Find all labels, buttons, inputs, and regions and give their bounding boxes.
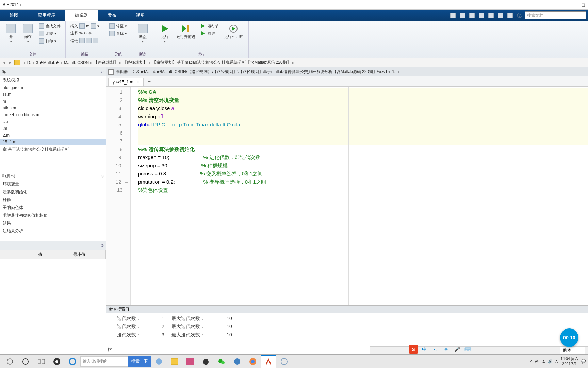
advance-button[interactable]: 前进 <box>199 30 220 37</box>
qat-icon[interactable] <box>448 11 457 20</box>
find-button[interactable]: 查找 ▾ <box>108 30 128 37</box>
path-seg[interactable]: 【路径规划】基于matlab遗传算法公交排班系统分析【含Matlab源码 220… <box>152 60 291 65</box>
run-button[interactable]: 运行▾ <box>158 22 173 51</box>
code-line[interactable]: global PP C L m f p Tmin Tmax delta tt Q… <box>138 121 588 129</box>
section-item[interactable]: 子的染色体 <box>0 204 106 212</box>
close-icon[interactable]: ✕ <box>136 80 139 85</box>
file-type-dropdown[interactable]: 0 (脚本) ⊙ <box>0 172 106 180</box>
matlab-icon[interactable] <box>261 355 276 368</box>
code-line[interactable]: maxgen = 10; % 进化代数，即迭代次数 <box>138 153 588 162</box>
file-item[interactable]: 2.m <box>0 132 106 139</box>
cortana-icon[interactable] <box>18 355 33 368</box>
paste-icon[interactable] <box>487 11 495 20</box>
recording-timer[interactable]: 00:10 <box>560 328 578 347</box>
search-doc-input[interactable]: 搜索文档 <box>525 11 586 19</box>
file-item[interactable]: ation.m <box>0 105 106 111</box>
section-item[interactable]: 环境变量 <box>0 180 106 188</box>
code-line[interactable]: clc,clear,close all <box>138 104 588 112</box>
add-tab-button[interactable]: + <box>144 77 154 86</box>
ime-emoji-icon[interactable]: ☺ <box>442 345 451 354</box>
comment-button[interactable]: 注释 % ‰ ⚹ <box>69 30 101 36</box>
section-item[interactable]: 结果 <box>0 219 106 227</box>
sogou-icon[interactable]: S <box>409 345 418 354</box>
code-line[interactable]: sizepop = 30; % 种群规模 <box>138 162 588 170</box>
code-line[interactable] <box>138 137 588 145</box>
wechat-icon[interactable] <box>214 355 229 368</box>
code-line[interactable]: pmutation = 0.2; % 变异概率选择，0和1之间 <box>138 178 588 186</box>
tab-view[interactable]: 视图 <box>126 10 154 21</box>
taskbar-search-input[interactable]: 输入你想搜的 <box>80 356 128 367</box>
tray-ime-icon[interactable]: ㉿ <box>535 359 539 364</box>
app-icon-2[interactable] <box>182 355 198 368</box>
code-line[interactable]: %% 遗传算法参数初始化 <box>138 145 588 153</box>
path-seg[interactable]: D: <box>27 60 31 65</box>
help-icon[interactable]: ? <box>515 11 524 20</box>
run-time-button[interactable]: 运行和计时 <box>222 22 245 51</box>
copy-icon[interactable] <box>477 11 486 20</box>
tab-plot[interactable]: 绘图 <box>0 10 28 21</box>
code-line[interactable]: warning off <box>138 112 588 121</box>
compare-button[interactable]: 比较 ▾ <box>37 30 62 37</box>
app-icon-3[interactable] <box>229 355 245 368</box>
file-item[interactable]: m <box>0 98 106 105</box>
cut-icon[interactable] <box>468 11 476 20</box>
section-item[interactable]: 种群 <box>0 196 106 204</box>
maximize-icon[interactable]: ◻ <box>581 2 585 7</box>
code-line[interactable]: %% GA <box>138 88 588 96</box>
file-item[interactable]: ss.m <box>0 91 106 98</box>
ime-keyboard-icon[interactable]: ⌨ <box>463 345 472 354</box>
file-item[interactable]: atefigure.m <box>0 84 106 91</box>
file-item[interactable]: 系统模拟 <box>0 76 106 84</box>
qq-icon[interactable] <box>198 355 214 368</box>
tab-apps[interactable]: 应用程序 <box>28 10 65 21</box>
file-list[interactable]: 系统模拟atefigure.mss.mmation.m_meet_conditi… <box>0 76 106 172</box>
chrome-icon[interactable] <box>245 355 261 368</box>
run-advance-button[interactable]: 运行并前进 <box>175 22 197 51</box>
path-seg[interactable]: 【路径规划】 <box>123 60 147 65</box>
app-icon-4[interactable] <box>276 355 292 368</box>
tray-chevron-icon[interactable]: ^ <box>530 359 532 364</box>
editor-tab[interactable]: ysw15_1.m ✕ <box>108 78 144 86</box>
file-item[interactable]: .m <box>0 125 106 132</box>
print-button[interactable]: 打印 ▾ <box>37 37 62 44</box>
ime-lang-icon[interactable]: 中 <box>420 345 429 354</box>
file-item[interactable]: _meet_conditions.m <box>0 111 106 118</box>
open-button[interactable]: 开▾ <box>3 22 18 51</box>
tab-editor[interactable]: 编辑器 <box>65 10 98 21</box>
tray-network-icon[interactable]: 🖧 <box>541 359 545 364</box>
breakpoints-button[interactable]: 断点▾ <box>135 22 150 51</box>
section-item[interactable]: 法参数初始化 <box>0 188 106 196</box>
ime-mic-icon[interactable]: 🎤 <box>453 345 461 354</box>
section-list[interactable]: 环境变量法参数初始化种群子的染色体求解最佳初始阀值和权值结果法结果分析 <box>0 180 106 241</box>
collapse-icon[interactable]: ⊙ <box>101 70 104 74</box>
col-name[interactable] <box>0 250 35 259</box>
taskview-icon[interactable] <box>33 355 49 368</box>
collapse-icon[interactable]: ⊙ <box>101 243 104 248</box>
redo-icon[interactable] <box>506 11 514 20</box>
code-body[interactable]: %% GA%% 清空环境变量clc,clear,close allwarning… <box>131 87 588 305</box>
find-files-button[interactable]: 查找文件 <box>37 22 62 29</box>
ie-icon[interactable] <box>65 355 80 368</box>
taskbar-search-button[interactable]: 搜索一下 <box>128 356 151 367</box>
code-line[interactable]: %染色体设置 <box>138 186 588 194</box>
tab-publish[interactable]: 发布 <box>98 10 126 21</box>
section-item[interactable]: 求解最佳初始阀值和权值 <box>0 212 106 219</box>
goto-button[interactable]: 转至 ▾ <box>108 22 128 29</box>
file-item[interactable]: ct.m <box>0 118 106 125</box>
undo-icon[interactable] <box>496 11 505 20</box>
code-line[interactable] <box>138 129 588 137</box>
fwd-icon[interactable]: ► <box>8 60 12 65</box>
path-seg[interactable]: 【路径规划】 <box>94 60 118 65</box>
section-item[interactable]: 法结果分析 <box>0 227 106 235</box>
insert-button[interactable]: 插入 fx ▾ <box>69 22 101 29</box>
tray-a-icon[interactable]: A <box>555 359 558 364</box>
code-editor[interactable]: 1 2 3 –4 –5 –6 7 8 9 –10 –11 –12 –13 %% … <box>106 87 588 305</box>
path-seg[interactable]: 3 ★Matlab★ <box>36 60 59 65</box>
path-seg[interactable]: Matalb CSDN <box>64 60 89 65</box>
notifications-icon[interactable]: 💬 <box>581 359 586 364</box>
run-section-button[interactable]: 运行节 <box>199 22 220 29</box>
folder-icon[interactable] <box>14 60 20 65</box>
taskbar-clock[interactable]: 14:04 周六 2021/5/1 <box>560 357 578 366</box>
save-icon[interactable] <box>458 11 467 20</box>
minimize-icon[interactable]: — <box>570 2 574 7</box>
